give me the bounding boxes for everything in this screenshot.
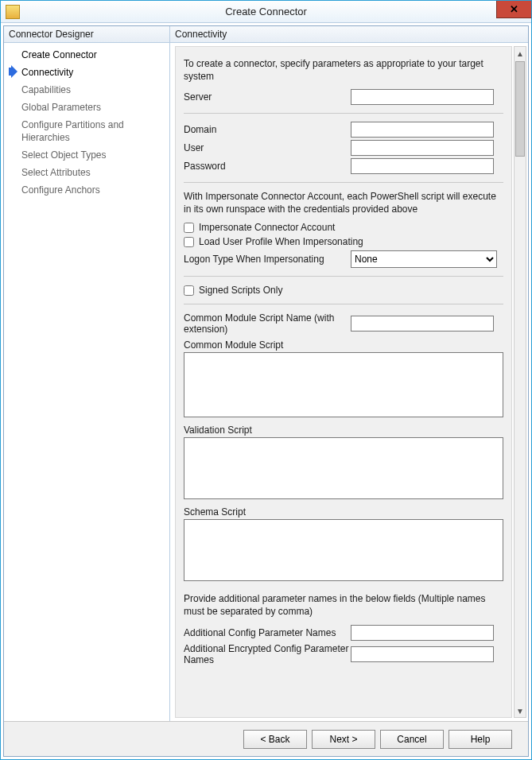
sidebar-item-select-attributes[interactable]: Select Attributes bbox=[6, 164, 168, 181]
divider bbox=[184, 113, 503, 114]
scroll-thumb[interactable] bbox=[515, 61, 525, 157]
user-label: User bbox=[184, 142, 351, 153]
add-config-params-input[interactable] bbox=[351, 625, 494, 641]
validation-script-label: Validation Script bbox=[184, 425, 503, 436]
row-signed-only: Signed Scripts Only bbox=[184, 285, 503, 296]
window-title: Create Connector bbox=[225, 6, 307, 17]
scroll-up-icon[interactable]: ▲ bbox=[515, 47, 526, 60]
divider bbox=[184, 276, 503, 277]
sidebar-item-label: Capabilities bbox=[21, 83, 71, 96]
cancel-button[interactable]: Cancel bbox=[380, 730, 444, 749]
row-logon-type: Logon Type When Impersonating None bbox=[184, 250, 503, 268]
row-server: Server bbox=[184, 89, 503, 105]
common-module-script-textarea[interactable] bbox=[184, 352, 503, 417]
divider bbox=[184, 182, 503, 183]
content: To create a connector, specify parameter… bbox=[175, 46, 512, 718]
row-add-enc-config-params: Additional Encrypted Config Parameter Na… bbox=[184, 643, 503, 665]
validation-script-textarea[interactable] bbox=[184, 437, 503, 499]
main-header: Connectivity bbox=[170, 26, 528, 43]
divider bbox=[184, 304, 503, 304]
sidebar-item-label: Create Connector bbox=[21, 48, 97, 61]
load-profile-label: Load User Profile When Impersonating bbox=[199, 236, 363, 247]
logon-type-label: Logon Type When Impersonating bbox=[184, 254, 351, 265]
signed-only-checkbox[interactable] bbox=[184, 285, 194, 296]
close-icon: ✕ bbox=[510, 3, 518, 15]
row-password: Password bbox=[184, 158, 503, 174]
domain-label: Domain bbox=[184, 124, 351, 135]
sidebar-item-select-object-types[interactable]: Select Object Types bbox=[6, 146, 168, 164]
scroll-down-icon[interactable]: ▼ bbox=[515, 704, 526, 717]
content-wrap: To create a connector, specify parameter… bbox=[170, 43, 528, 721]
row-load-profile: Load User Profile When Impersonating bbox=[184, 236, 503, 247]
sidebar-item-label: Select Object Types bbox=[21, 149, 107, 161]
close-button[interactable]: ✕ bbox=[496, 1, 531, 18]
main-panel: Connectivity To create a connector, spec… bbox=[169, 26, 528, 721]
password-input[interactable] bbox=[351, 158, 494, 174]
impersonate-label: Impersonate Connector Account bbox=[199, 222, 335, 233]
user-input[interactable] bbox=[351, 140, 494, 156]
sidebar-item-label: Select Attributes bbox=[21, 166, 91, 179]
sidebar-header: Connector Designer bbox=[4, 26, 169, 43]
sidebar-item-configure-anchors[interactable]: Configure Anchors bbox=[6, 181, 168, 199]
common-module-script-label: Common Module Script bbox=[184, 339, 503, 351]
help-button[interactable]: Help bbox=[449, 730, 512, 749]
sidebar-item-create-connector[interactable]: Create Connector bbox=[6, 46, 168, 64]
sidebar-item-label: Global Parameters bbox=[21, 101, 101, 114]
block-validation-script: Validation Script bbox=[184, 425, 503, 502]
schema-script-textarea[interactable] bbox=[184, 519, 503, 581]
next-button[interactable]: Next > bbox=[312, 730, 375, 749]
row-common-module-name: Common Module Script Name (with extensio… bbox=[184, 312, 503, 335]
sidebar-item-global-parameters[interactable]: Global Parameters bbox=[6, 99, 168, 116]
load-profile-checkbox[interactable] bbox=[184, 237, 194, 247]
impersonate-info: With Impersonate Connector Account, each… bbox=[184, 191, 503, 215]
schema-script-label: Schema Script bbox=[184, 506, 503, 518]
sidebar: Connector Designer Create Connector Conn… bbox=[4, 26, 169, 721]
button-bar: < Back Next > Cancel Help bbox=[4, 721, 528, 756]
titlebar[interactable]: Create Connector ✕ bbox=[1, 1, 531, 23]
block-common-module-script: Common Module Script bbox=[184, 339, 503, 420]
server-input[interactable] bbox=[351, 89, 494, 105]
domain-input[interactable] bbox=[351, 122, 494, 138]
sidebar-item-connectivity[interactable]: Connectivity bbox=[6, 64, 168, 81]
columns: Connector Designer Create Connector Conn… bbox=[4, 26, 528, 721]
sidebar-item-label: Connectivity bbox=[21, 66, 73, 79]
row-domain: Domain bbox=[184, 122, 503, 138]
sidebar-item-capabilities[interactable]: Capabilities bbox=[6, 81, 168, 99]
sidebar-item-label: Configure Anchors bbox=[21, 184, 100, 196]
vertical-scrollbar[interactable]: ▲ ▼ bbox=[514, 46, 526, 718]
sidebar-item-configure-partitions[interactable]: Configure Partitions and Hierarchies bbox=[6, 116, 168, 146]
block-schema-script: Schema Script bbox=[184, 506, 503, 584]
app-icon bbox=[6, 5, 20, 19]
add-config-params-label: Additional Config Parameter Names bbox=[184, 627, 351, 638]
impersonate-checkbox[interactable] bbox=[184, 223, 194, 233]
row-add-config-params: Additional Config Parameter Names bbox=[184, 625, 503, 641]
add-enc-config-params-label: Additional Encrypted Config Parameter Na… bbox=[184, 643, 351, 665]
common-module-name-label: Common Module Script Name (with extensio… bbox=[184, 312, 351, 335]
sidebar-item-label: Configure Partitions and Hierarchies bbox=[21, 118, 166, 144]
back-button[interactable]: < Back bbox=[243, 730, 307, 749]
sidebar-items: Create Connector Connectivity Capabiliti… bbox=[4, 43, 169, 202]
row-impersonate: Impersonate Connector Account bbox=[184, 222, 503, 233]
common-module-name-input[interactable] bbox=[351, 316, 494, 332]
server-label: Server bbox=[184, 91, 351, 103]
window-root: Create Connector ✕ Connector Designer Cr… bbox=[0, 0, 532, 760]
add-enc-config-params-input[interactable] bbox=[351, 646, 494, 662]
row-user: User bbox=[184, 140, 503, 156]
logon-type-select[interactable]: None bbox=[351, 250, 497, 268]
signed-only-label: Signed Scripts Only bbox=[199, 285, 282, 296]
password-label: Password bbox=[184, 161, 351, 172]
additional-info: Provide additional parameter names in th… bbox=[184, 593, 503, 618]
body: Connector Designer Create Connector Conn… bbox=[3, 25, 529, 757]
intro-text: To create a connector, specify parameter… bbox=[184, 58, 503, 83]
